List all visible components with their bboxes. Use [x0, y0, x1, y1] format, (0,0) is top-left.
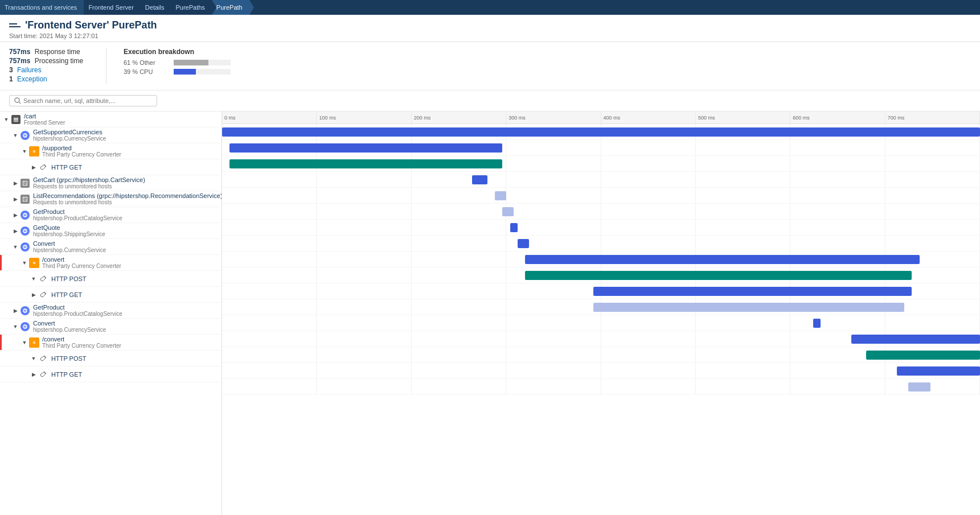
tree-row[interactable]: ▼ Converthipstershop.CurrencyService [0, 319, 222, 335]
grid-line [601, 236, 696, 251]
expand-button[interactable]: ▶ [11, 307, 19, 315]
expand-button[interactable]: ▼ [20, 259, 28, 267]
grid-line [222, 267, 317, 283]
grid-line [412, 188, 506, 203]
grid-line [317, 204, 411, 219]
expand-button[interactable]: ▼ [20, 147, 28, 155]
grid-line [696, 315, 790, 331]
exception-link[interactable]: Exception [17, 75, 47, 83]
breadcrumb-purepath[interactable]: PurePath [212, 0, 249, 15]
grid-line [222, 188, 317, 203]
expand-button[interactable]: ▶ [11, 195, 19, 203]
tree-row-name: /supported [42, 145, 121, 151]
tree-row[interactable]: ▶ GetProducthipstershop.ProductCatalogSe… [0, 303, 222, 319]
trace-container: ▼ /cartFrontend Server▼ GetSupportedCurr… [0, 112, 980, 515]
tree-row-indent: ▶ GetProducthipstershop.ProductCatalogSe… [2, 208, 122, 221]
tree-row-text: /convertThird Party Currency Converter [42, 256, 121, 269]
failures-link[interactable]: Failures [17, 66, 42, 74]
grid-line [222, 363, 317, 378]
grid-line [601, 347, 696, 362]
timeline-row [222, 172, 980, 188]
eb-other-bar [174, 60, 208, 65]
tree-row[interactable]: ▼ GetSupportedCurrencieshipstershop.Curr… [0, 127, 222, 143]
tree-row[interactable]: ▼ HTTP POST [0, 351, 222, 366]
tree-row[interactable]: ▼a/supportedThird Party Currency Convert… [0, 143, 222, 159]
grid-line [222, 252, 317, 267]
grid-line [601, 315, 696, 331]
breadcrumb-transactions[interactable]: Transactions and services [0, 0, 84, 15]
grid-line [790, 315, 885, 331]
amazon-box-icon: a [29, 258, 39, 268]
grid-line [412, 347, 506, 362]
expand-button[interactable]: ▶ [30, 291, 38, 299]
tree-row-sub: hipstershop.ProductCatalogService [33, 311, 122, 317]
search-input-wrap[interactable] [9, 95, 157, 106]
tree-row[interactable]: ▶ HTTP GET [0, 287, 222, 303]
expand-button[interactable]: ▼ [11, 323, 19, 331]
amazon-box-icon: a [29, 337, 39, 348]
expand-button[interactable]: ▼ [11, 131, 19, 139]
service-circle-icon [20, 306, 30, 315]
breadcrumb-details[interactable]: Details [141, 0, 171, 15]
expand-button[interactable]: ▶ [11, 179, 19, 187]
expand-button[interactable]: ▼ [30, 355, 38, 362]
grid-line [696, 363, 790, 378]
timeline-header: 0 ms100 ms200 ms300 ms400 ms500 ms600 ms… [222, 112, 980, 124]
expand-button[interactable]: ▼ [20, 339, 28, 347]
grid-line [317, 267, 411, 283]
expand-button[interactable]: ▶ [11, 227, 19, 235]
tree-row[interactable]: ▼a/convertThird Party Currency Converter [0, 255, 222, 271]
tree-row[interactable]: ▼a/convertThird Party Currency Converter [0, 335, 222, 351]
tree-row-name: GetCart (grpc://hipstershop.CartService) [33, 176, 145, 183]
grid-line [317, 363, 411, 378]
tree-row-text: HTTP GET [51, 291, 82, 298]
page-title: 'Frontend Server' PurePath [25, 19, 157, 31]
grid-line [790, 172, 885, 187]
grid-line [222, 315, 317, 331]
breadcrumb-frontend-server[interactable]: Frontend Server [84, 0, 140, 15]
tree-row-sub: Third Party Currency Converter [42, 263, 121, 269]
grid-line [317, 252, 411, 267]
search-row [0, 90, 980, 112]
grid-line [506, 188, 601, 203]
grid-line [222, 347, 317, 362]
expand-button[interactable]: ▶ [30, 163, 38, 171]
tree-row-name: HTTP GET [51, 291, 82, 298]
grid-line [885, 204, 980, 219]
tree-row[interactable]: ▶ HTTP GET [0, 366, 222, 382]
tree-row-indent: ▼ HTTP POST [2, 273, 87, 285]
tree-row[interactable]: ▼ HTTP POST [0, 271, 222, 287]
timeline-tick-3: 300 ms [506, 112, 601, 123]
timeline-row [222, 347, 980, 363]
breadcrumb-label-purepath: PurePath [216, 4, 243, 11]
timeline-row [222, 124, 980, 140]
grid-line [506, 347, 601, 362]
grid-line [696, 379, 790, 394]
expand-button[interactable]: ▶ [30, 370, 38, 378]
expand-button[interactable]: ▶ [11, 211, 19, 219]
expand-button[interactable]: ▼ [11, 243, 19, 251]
tree-row[interactable]: ▼ Converthipstershop.CurrencyService [0, 239, 222, 255]
expand-button[interactable]: ▼ [30, 275, 38, 283]
grid-line [317, 220, 411, 235]
tree-row[interactable]: ▼ /cartFrontend Server [0, 112, 222, 127]
tree-row[interactable]: ▶ GetCart (grpc://hipstershop.CartServic… [0, 175, 222, 191]
tree-row-sub: hipstershop.CurrencyService [33, 247, 106, 253]
grid-line [412, 172, 506, 187]
tree-row[interactable]: ▶ GetQuotehipstershop.ShippingService [0, 223, 222, 239]
expand-button[interactable]: ▼ [2, 116, 10, 123]
search-input[interactable] [23, 97, 152, 104]
service-icon [19, 225, 31, 237]
grid-line [885, 172, 980, 187]
tree-row-name: GetSupportedCurrencies [33, 129, 106, 135]
grid-line [696, 347, 790, 362]
http-wrench-icon [39, 163, 48, 172]
tree-row[interactable]: ▶ ListRecommendations (grpc://hipstersho… [0, 191, 222, 207]
service-circle-icon [20, 242, 30, 252]
grid-line [506, 220, 601, 235]
tree-row-indent: ▼ GetSupportedCurrencieshipstershop.Curr… [2, 129, 106, 142]
breadcrumb-purepaths[interactable]: PurePaths [171, 0, 211, 15]
tree-row[interactable]: ▶ HTTP GET [0, 159, 222, 175]
grid-line [222, 379, 317, 394]
tree-row[interactable]: ▶ GetProducthipstershop.ProductCatalogSe… [0, 207, 222, 223]
